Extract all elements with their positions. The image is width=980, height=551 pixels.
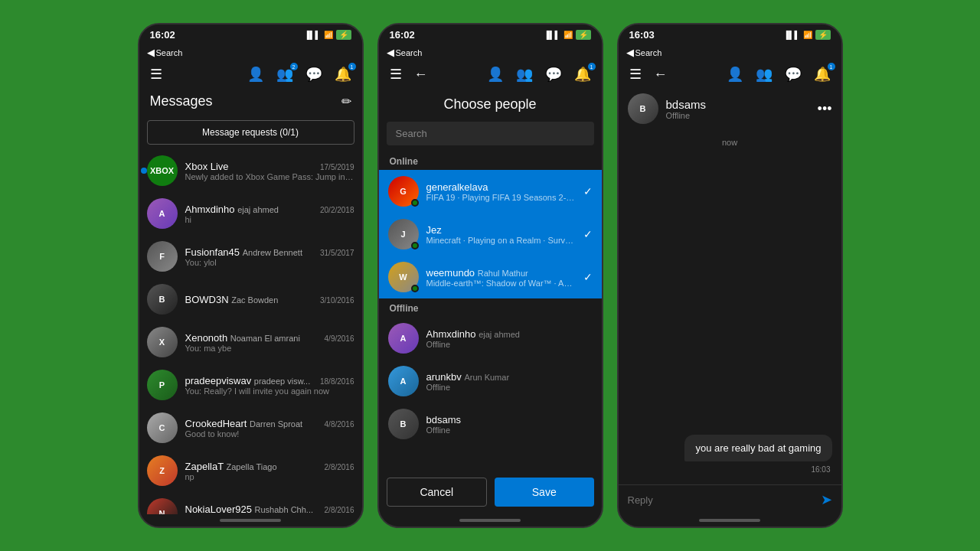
- person-status: Minecraft · Playing on a Realm · Surviva…: [426, 236, 576, 245]
- avatar-wrapper: A: [388, 366, 419, 396]
- list-item[interactable]: J Jez Minecraft · Playing on a Realm · S…: [379, 213, 602, 256]
- back-icon-3[interactable]: ◀: [626, 47, 634, 58]
- back-area-1[interactable]: ◀ Search: [147, 47, 183, 58]
- list-item[interactable]: A Ahmxdinho ejaj ahmed Offline: [379, 317, 602, 360]
- message-preview: You: ylol: [185, 258, 354, 267]
- list-item[interactable]: A Ahmxdinho ejaj ahmed 20/2/2018 hi: [139, 192, 362, 235]
- list-item[interactable]: W weemundo Rahul Mathur Middle-earth™: S…: [379, 256, 602, 298]
- message-content: Xenonoth Noaman El amrani 4/9/2016 You: …: [185, 332, 354, 353]
- avatar-wrapper: G: [388, 176, 419, 207]
- back-arrow-icon-3[interactable]: ←: [651, 65, 671, 84]
- group-icon-1[interactable]: 👥: [273, 64, 296, 84]
- reply-input[interactable]: [628, 494, 821, 506]
- chat-user-name: bdsams: [666, 98, 707, 111]
- group-icon-3[interactable]: 👥: [753, 64, 776, 84]
- menu-icon-3[interactable]: ☰: [626, 64, 645, 84]
- battery-icon-3: ⚡: [815, 30, 831, 40]
- home-indicator-1: [220, 519, 281, 522]
- back-icon-2[interactable]: ◀: [387, 47, 394, 58]
- person-info: bdsams Offline: [426, 414, 593, 435]
- avatar-wrapper: C: [147, 412, 178, 443]
- friend-icon-1[interactable]: 👤: [244, 64, 267, 84]
- menu-icon-2[interactable]: ☰: [387, 64, 405, 84]
- cancel-button[interactable]: Cancel: [387, 478, 488, 507]
- back-area-3[interactable]: ◀ Search: [626, 47, 662, 58]
- back-arrow-icon-2[interactable]: ←: [411, 65, 431, 84]
- search-bar[interactable]: Search: [387, 122, 594, 145]
- message-name: Xbox Live: [185, 161, 229, 172]
- bell-icon-3[interactable]: 🔔: [811, 64, 834, 84]
- bell-icon-1[interactable]: 🔔: [332, 64, 354, 84]
- avatar: X: [147, 327, 178, 357]
- person-status: Middle-earth™: Shadow of War™ · Assau...: [426, 279, 576, 288]
- list-item[interactable]: F Fusionfan45 Andrew Bennett 31/5/2017 Y…: [139, 235, 362, 278]
- friend-icon-2[interactable]: 👤: [484, 64, 507, 84]
- message-content: CrookedHeart Darren Sproat 4/8/2016 Good…: [185, 418, 354, 439]
- bell-icon-2[interactable]: 🔔: [571, 64, 594, 84]
- group-icon-2[interactable]: 👥: [513, 64, 536, 84]
- signal-icon-3: ▐▌▌: [783, 31, 799, 39]
- person-status: Offline: [426, 383, 593, 392]
- message-preview: You: Really? I will invite you again now: [185, 386, 354, 396]
- list-item[interactable]: X Xenonoth Noaman El amrani 4/9/2016 You…: [139, 321, 362, 364]
- toolbar-3: ☰ ← 👤 👥 💬 🔔: [619, 61, 841, 87]
- menu-icon-1[interactable]: ☰: [147, 64, 165, 84]
- back-area-2[interactable]: ◀ Search: [387, 47, 423, 58]
- chat-icon-3[interactable]: 💬: [782, 64, 805, 84]
- person-info: Jez Minecraft · Playing on a Realm · Sur…: [426, 224, 576, 245]
- more-options-icon[interactable]: •••: [818, 101, 832, 117]
- message-name: ZapellaT Zapella Tiago: [185, 461, 277, 472]
- chat-icon-2[interactable]: 💬: [542, 64, 565, 84]
- choose-people-title: Choose people: [379, 87, 602, 122]
- person-info: weemundo Rahul Mathur Middle-earth™: Sha…: [426, 267, 576, 288]
- compose-icon[interactable]: ✏: [341, 94, 351, 109]
- friend-icon-3[interactable]: 👤: [724, 64, 746, 84]
- back-label-2[interactable]: Search: [396, 48, 423, 57]
- avatar: F: [147, 241, 178, 272]
- person-name: Ahmxdinho ejaj ahmed: [426, 328, 593, 340]
- message-date: 2/8/2016: [325, 506, 354, 514]
- avatar: XBOX: [147, 155, 178, 186]
- message-preview: Newly added to Xbox Game Pass: Jump in t…: [185, 172, 354, 181]
- list-item[interactable]: N NokiaLover925 Rushabh Chh... 2/8/2016 …: [139, 492, 362, 514]
- message-content: Fusionfan45 Andrew Bennett 31/5/2017 You…: [185, 246, 354, 267]
- list-item[interactable]: Z ZapellaT Zapella Tiago 2/8/2016 np: [139, 449, 362, 492]
- signal-icon-1: ▐▌▌: [304, 31, 320, 39]
- list-item[interactable]: G generalkelava FIFA 19 · Playing FIFA 1…: [379, 170, 602, 213]
- checkmark-icon: ✓: [583, 185, 593, 197]
- back-label-3[interactable]: Search: [635, 48, 662, 57]
- nav-bar-1: ◀ Search: [139, 44, 362, 61]
- offline-section-label: Offline: [379, 298, 602, 317]
- bottom-buttons: Cancel Save: [379, 470, 602, 514]
- message-requests-btn[interactable]: Message requests (0/1): [147, 120, 354, 145]
- chat-area: now you are really bad at gaming 16:03: [619, 130, 841, 484]
- toolbar-1: ☰ 👤 👥 💬 🔔: [139, 61, 362, 87]
- person-name: arunkbv Arun Kumar: [426, 371, 593, 383]
- message-name: Xenonoth Noaman El amrani: [185, 332, 300, 344]
- chat-icon-1[interactable]: 💬: [302, 64, 325, 84]
- avatar-wrapper: P: [147, 370, 178, 400]
- nav-bar-3: ◀ Search: [619, 44, 841, 61]
- list-item[interactable]: XBOX Xbox Live 17/5/2019 Newly added to …: [139, 149, 362, 192]
- list-item[interactable]: P pradeepviswav pradeep visw... 18/8/201…: [139, 364, 362, 406]
- status-bar-2: 16:02 ▐▌▌ 📶 ⚡: [379, 24, 602, 44]
- message-preview: Good to know!: [185, 429, 354, 439]
- phone-choose-people: 16:02 ▐▌▌ 📶 ⚡ ◀ Search ☰ ← 👤 👥 💬 🔔 Choos…: [377, 23, 603, 528]
- message-date: 3/10/2016: [320, 296, 354, 305]
- list-item[interactable]: B bdsams Offline: [379, 403, 602, 445]
- list-item[interactable]: C CrookedHeart Darren Sproat 4/8/2016 Go…: [139, 406, 362, 449]
- back-icon-1[interactable]: ◀: [147, 47, 155, 58]
- list-item[interactable]: A arunkbv Arun Kumar Offline: [379, 360, 602, 403]
- message-date: 2/8/2016: [325, 463, 354, 471]
- list-item[interactable]: B BOWD3N Zac Bowden 3/10/2016: [139, 278, 362, 321]
- status-time-2: 16:02: [390, 29, 415, 41]
- send-icon[interactable]: ➤: [821, 491, 832, 508]
- message-date: 18/8/2016: [320, 377, 354, 386]
- person-name: weemundo Rahul Mathur: [426, 267, 576, 279]
- avatar-wrapper: B: [147, 284, 178, 315]
- back-label-1[interactable]: Search: [156, 48, 183, 57]
- toolbar-2: ☰ ← 👤 👥 💬 🔔: [379, 61, 602, 87]
- avatar: B: [628, 93, 658, 124]
- wifi-icon-1: 📶: [324, 31, 333, 39]
- save-button[interactable]: Save: [495, 478, 594, 507]
